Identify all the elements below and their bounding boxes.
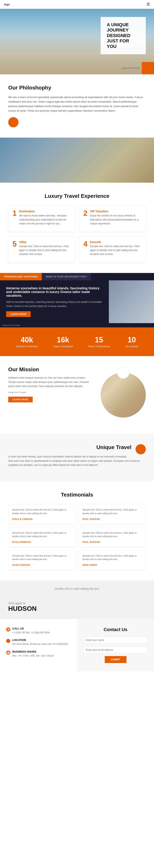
footer-hours-row: 🕐 BUSINESS HOURS Mon - Fri: 10:00 - 8:00… bbox=[6, 650, 71, 658]
testi-card-5-author: CASH HUDSON bbox=[12, 564, 72, 566]
stat-4-label: Our Awards bbox=[125, 345, 138, 348]
testimonials-title: Testimonials bbox=[8, 492, 146, 498]
footer-hours-label: BUSINESS HOURS bbox=[12, 650, 54, 653]
location-icon: 📍 bbox=[6, 639, 10, 643]
testi-card-5: Sample text. Click to select the text bo… bbox=[8, 550, 76, 570]
hero-title: A UNIQUE JOURNEY DESIGNED JUST FOR YOU bbox=[107, 22, 139, 49]
phone-icon: ☎ bbox=[6, 627, 10, 631]
luxury-card-2-number: 2 bbox=[83, 210, 87, 217]
luxury-card-4: 4 Execute Sample text. Click to select t… bbox=[79, 236, 146, 263]
stat-2: 16k Cases Completed bbox=[53, 336, 73, 348]
testimonials-grid: Sample text. Click to select the text bo… bbox=[8, 504, 146, 570]
unique-text: Ut enim ad minim veniam, quis nostrud ex… bbox=[8, 455, 146, 467]
stat-2-label: Cases Completed bbox=[53, 345, 73, 348]
testi-card-4-text: Sample text. Click to select the text bo… bbox=[82, 531, 142, 538]
testi-card-1-author: STELLA CARSON bbox=[12, 518, 72, 520]
testi-card-6-author: MIKE PERRY bbox=[82, 564, 142, 566]
mission-text-area: Our Mission Habitant morbi tristique sen… bbox=[8, 366, 93, 402]
submit-button[interactable]: SUBMIT bbox=[105, 656, 127, 663]
contact-name-input[interactable] bbox=[83, 637, 148, 644]
personalized-title: Immerse yourselves in beautiful islands,… bbox=[6, 286, 103, 298]
testi-card-4: Sample text. Click to select the text bo… bbox=[79, 527, 146, 547]
click-again-line2: HUDSON bbox=[8, 605, 146, 613]
mission-section: Our Mission Habitant morbi tristique sen… bbox=[0, 356, 154, 434]
hero-section: A UNIQUE JOURNEY DESIGNED JUST FOR YOU I… bbox=[0, 9, 154, 74]
travel-image bbox=[0, 137, 154, 183]
mission-text: Habitant morbi tristique senectus et. Ne… bbox=[8, 376, 93, 388]
stat-3-label: Years of Experience bbox=[88, 345, 110, 348]
testi-card-6: Sample text. Click to select the text bo… bbox=[79, 550, 146, 570]
testimonials-section: Testimonials Sample text. Click to selec… bbox=[0, 482, 154, 580]
luxury-card-1-header: 1 Destination We want to know where and … bbox=[12, 210, 71, 226]
footer-call-row: ☎ CALL US +1 (236) 767-991, +1 (236) 997… bbox=[6, 627, 71, 634]
click-again-line1: Click again or bbox=[8, 601, 146, 605]
luxury-section: Luxury Travel Experience 1 Destination W… bbox=[0, 183, 154, 273]
footer-call: ☎ CALL US +1 (236) 767-991, +1 (236) 997… bbox=[6, 627, 71, 634]
mission-learn-btn[interactable]: LEARN MORE bbox=[8, 397, 33, 402]
mission-image-area bbox=[101, 366, 146, 424]
personalized-img-source: Image from Freepik bbox=[0, 323, 154, 328]
travel-image-section bbox=[0, 137, 154, 183]
footer-call-label: CALL US bbox=[12, 627, 50, 630]
stat-3: 15 Years of Experience bbox=[88, 336, 110, 348]
footer-location-text: 521 Rock Street, JD Avenue, New York, NY… bbox=[12, 642, 68, 646]
footer-hours: 🕐 BUSINESS HOURS Mon - Fri: 10:00 - 8:00… bbox=[6, 650, 71, 658]
unique-accent-circle bbox=[135, 444, 146, 454]
stat-1-number: 40k bbox=[16, 336, 38, 344]
luxury-card-4-header: 4 Execute Sample text. Click to select t… bbox=[83, 240, 142, 256]
luxury-card-3: 5 Villas Sample text. Click to select th… bbox=[8, 236, 75, 263]
luxury-card-4-text: Sample text. Click to select the text bo… bbox=[90, 245, 142, 256]
footer-location-row: 📍 LOCATION 521 Rock Street, JD Avenue, N… bbox=[6, 639, 71, 646]
testi-card-3-author: ELSA FARMOVA bbox=[12, 541, 72, 543]
mission-title: Our Mission bbox=[8, 366, 93, 373]
pers-tab-1[interactable]: PERSONALIZED VACATIONS bbox=[0, 273, 42, 280]
luxury-card-2: 2 VIP Transfers Enjoy the comfort of our… bbox=[79, 206, 146, 232]
contact-form: SUBMIT bbox=[83, 637, 148, 663]
luxury-card-2-header: 2 VIP Transfers Enjoy the comfort of our… bbox=[83, 210, 142, 226]
mission-img-source: Image from Freepik bbox=[8, 391, 93, 394]
personalized-body: With its beautiful beaches, charming isl… bbox=[6, 300, 103, 308]
philosophy-text: We are a team of tourist specialists pas… bbox=[8, 95, 146, 113]
personalized-section: PERSONALIZED VACATIONS WHAT IS YOUR VACA… bbox=[0, 273, 154, 328]
personalized-learn-btn[interactable]: LEARN MORE bbox=[6, 311, 31, 317]
luxury-card-1-title: Destination bbox=[19, 210, 71, 213]
luxury-card-3-number: 5 bbox=[12, 240, 17, 248]
testi-card-6-text: Sample text. Click to select the text bo… bbox=[82, 554, 142, 561]
stats-section: 40k Satisfied Customers 16k Cases Comple… bbox=[0, 328, 154, 356]
luxury-card-3-header: 5 Villas Sample text. Click to select th… bbox=[12, 240, 71, 256]
stat-4: 10 Our Awards bbox=[125, 336, 138, 348]
mission-image-circle bbox=[101, 372, 146, 417]
contact-title: Contact Us bbox=[83, 627, 148, 632]
stat-2-number: 16k bbox=[53, 336, 73, 344]
click-again-section: Click again or HUDSON bbox=[0, 597, 154, 619]
contact-email-input[interactable] bbox=[83, 646, 148, 654]
menu-icon[interactable]: ☰ bbox=[147, 2, 150, 6]
luxury-card-1-number: 1 bbox=[12, 210, 17, 217]
navbar: logo ☰ bbox=[0, 0, 154, 9]
testi-card-1: Sample text. Click to select the text bo… bbox=[8, 504, 76, 524]
footer-location-label: LOCATION bbox=[12, 639, 68, 642]
unique-title: Unique Travel bbox=[8, 444, 146, 451]
personalized-image bbox=[109, 280, 154, 323]
luxury-card-1-text: We want to know where and why - because … bbox=[19, 214, 71, 226]
philosophy-title: Our Philoshophy bbox=[8, 85, 146, 91]
clock-icon: 🕐 bbox=[6, 651, 10, 655]
testi-card-1-text: Sample text. Click to select the text bo… bbox=[12, 508, 72, 515]
luxury-card-2-text: Enjoy the comfort of our luxury vehicles… bbox=[90, 214, 142, 226]
personalized-content: Immerse yourselves in beautiful islands,… bbox=[0, 280, 154, 323]
footer-info: ☎ CALL US +1 (236) 767-991, +1 (236) 997… bbox=[0, 619, 77, 671]
luxury-card-3-title: Villas bbox=[19, 240, 71, 244]
pers-tab-2[interactable]: WHAT IS YOUR VACATIONS TYPE? bbox=[42, 273, 91, 280]
testi-card-2-text: Sample text. Click to select the text bo… bbox=[82, 508, 142, 515]
hero-orange-accent bbox=[142, 62, 154, 74]
hero-image-source: Image from Freepik bbox=[122, 67, 139, 69]
testi-card-2-author: PAUL HUDSON bbox=[82, 518, 142, 520]
click-again-box: Click again or HUDSON bbox=[8, 601, 146, 613]
luxury-card-2-title: VIP Transfers bbox=[90, 210, 142, 213]
stat-1: 40k Satisfied Customers bbox=[16, 336, 38, 348]
luxury-grid: 1 Destination We want to know where and … bbox=[8, 206, 146, 262]
footer: ☎ CALL US +1 (236) 767-991, +1 (236) 997… bbox=[0, 619, 154, 671]
philosophy-accent-circle bbox=[8, 117, 19, 127]
testi-card-4-author: PAUL HUDSON bbox=[82, 541, 142, 543]
philosophy-section: Our Philoshophy We are a team of tourist… bbox=[0, 74, 154, 137]
